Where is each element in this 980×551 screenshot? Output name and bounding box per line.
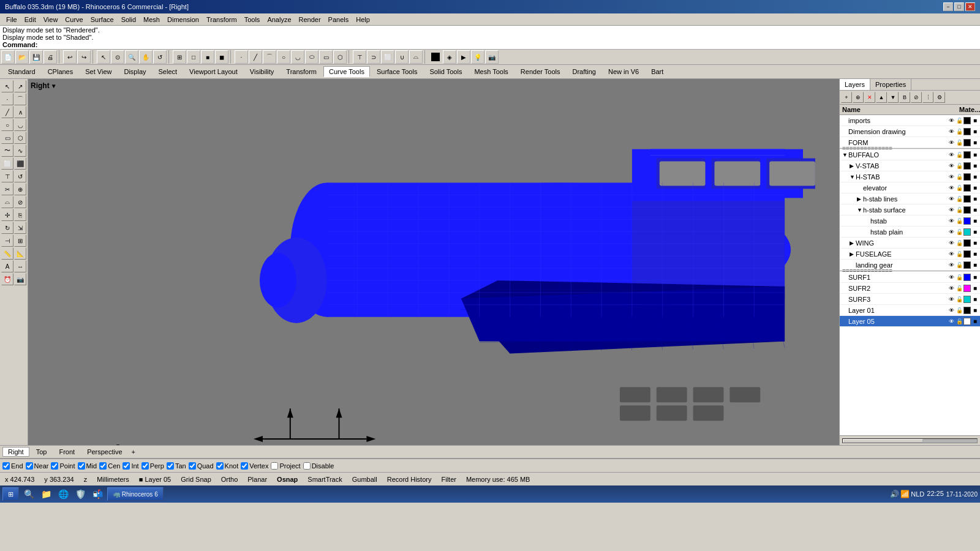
lights-button[interactable]: 💡 [471,50,484,64]
layer-material-landing-gear[interactable]: ■ [971,261,979,269]
layer-visibility-elevator[interactable]: 👁 [948,184,955,192]
properties-tab[interactable]: Properties [870,79,911,90]
join-tool[interactable]: ⊕ [14,183,26,195]
layer-expand-v-stab[interactable]: ▶ [850,163,856,169]
layer-visibility-fuselage[interactable]: 👁 [948,250,955,258]
named-toolbar-new-in-v6[interactable]: New in V6 [603,66,644,77]
shaded-button[interactable]: ■ [201,50,214,64]
layer-visibility-dimension-drawing[interactable]: 👁 [948,128,955,135]
layer-lock-imports[interactable]: 🔓 [956,117,963,124]
file-explorer-button[interactable]: 📁 [39,487,53,501]
layer-material-buffalo[interactable]: ■ [971,151,979,159]
camera-button[interactable]: 📷 [485,50,499,64]
layer-material-dimension-drawing[interactable]: ■ [971,128,979,135]
dim-tool[interactable]: ↔ [14,260,26,272]
viewport-tab-top[interactable]: Top [31,447,53,457]
osnap-status[interactable]: Osnap [274,476,300,483]
layer-item-hstab[interactable]: hstab👁🔓■ [840,216,980,227]
viewport-tab-front[interactable]: Front [53,447,80,457]
named-toolbar-select[interactable]: Select [153,66,183,77]
layer-color-dimension-drawing[interactable] [963,128,971,135]
layers-tab[interactable]: Layers [840,79,870,90]
layer-expand-buffalo[interactable]: ▼ [842,152,848,158]
layer-visibility-surf2[interactable]: 👁 [948,285,955,292]
menu-item-analyze[interactable]: Analyze [263,15,295,24]
lasso-button[interactable]: ⊙ [111,50,124,64]
layer-lock-fuselage[interactable]: 🔓 [956,250,963,258]
point-tool[interactable]: · [1,93,13,105]
layer-visibility-surf1[interactable]: 👁 [948,274,955,281]
layer-item-buffalo[interactable]: ▼BUFFALO👁🔓■ [840,149,980,160]
new-sublayer-button[interactable]: ⊕ [853,92,864,103]
layer-visibility-surf3[interactable]: 👁 [948,296,955,303]
filter-button[interactable]: ⊘ [911,92,922,103]
named-toolbar-drafting[interactable]: Drafting [567,66,601,77]
line-tool[interactable]: ╱ [1,106,13,118]
select-button[interactable]: ↖ [97,50,110,64]
layer-lock-elevator[interactable]: 🔓 [956,184,963,192]
circle-button[interactable]: ○ [277,50,290,64]
named-toolbar-viewport-layout[interactable]: Viewport Layout [184,66,243,77]
layer-lock-hstab[interactable]: 🔓 [956,217,963,225]
menu-item-view[interactable]: View [40,15,62,24]
named-toolbar-standard[interactable]: Standard [2,66,41,77]
surface-tool[interactable]: ⬜ [1,157,13,170]
polygon-button[interactable]: ⬡ [333,50,347,64]
layer-item-hstab-plain[interactable]: hstab plain👁🔓■ [840,227,980,238]
select-tool[interactable]: ↖ [1,80,13,92]
delete-layer-button[interactable]: ✕ [864,92,875,103]
named-toolbar-solid-tools[interactable]: Solid Tools [424,66,467,77]
snap-project-check[interactable]: Project [271,462,300,470]
extrude-button[interactable]: ⊤ [353,50,366,64]
named-toolbar-curve-tools[interactable]: Curve Tools [323,66,370,77]
menu-item-curve[interactable]: Curve [61,15,86,24]
layer-lock-dimension-drawing[interactable]: 🔓 [956,128,963,135]
layer-color-v-stab[interactable] [963,162,971,170]
snap-cen-check[interactable]: Cen [99,462,120,470]
named-toolbar-cplanes[interactable]: CPlanes [42,66,79,77]
layer-material-surf2[interactable]: ■ [971,285,979,292]
layer-visibility-h-stab-surface[interactable]: 👁 [948,206,955,214]
layer-visibility-wing[interactable]: 👁 [948,239,955,247]
layer-material-hstab[interactable]: ■ [971,217,979,225]
layer-lock-layer01[interactable]: 🔓 [956,307,963,314]
patch-tool[interactable]: ⬛ [14,157,26,170]
layer-lock-h-stab-surface[interactable]: 🔓 [956,206,963,214]
layers-button[interactable] [431,53,440,61]
spline-tool[interactable]: ∿ [14,144,26,157]
settings-icon[interactable]: ⚙ [934,92,945,103]
layer-material-form[interactable]: ■ [971,139,979,146]
layer-lock-wing[interactable]: 🔓 [956,239,963,247]
layer-visibility-v-stab[interactable]: 👁 [948,162,955,170]
layer-lock-surf1[interactable]: 🔓 [956,274,963,281]
layer-item-layer01[interactable]: Layer 01👁🔓■ [840,305,980,316]
layer-lock-form[interactable]: 🔓 [956,139,963,146]
layer-visibility-hstab[interactable]: 👁 [948,217,955,225]
layer-color-surf2[interactable] [963,285,971,292]
grid-snap-status[interactable]: Grid Snap [178,476,214,483]
surface-button[interactable]: ⬜ [381,50,394,64]
rectangle-tool[interactable]: ▭ [1,132,13,144]
viewport-tab-perspective[interactable]: Perspective [81,447,127,457]
named-toolbar-mesh-tools[interactable]: Mesh Tools [469,66,513,77]
layer-item-layer05[interactable]: Layer 05👁🔓■ [840,316,980,327]
copy-tool[interactable]: ⎘ [14,209,26,221]
fillet-edge-tool[interactable]: ⌓ [1,196,13,208]
search-taskbar-button[interactable]: 🔍 [21,487,36,501]
layer-color-elevator[interactable] [963,184,971,192]
freeform-tool[interactable]: 〜 [1,144,13,157]
menu-item-surface[interactable]: Surface [87,15,118,24]
close-button[interactable]: ✕ [965,2,975,11]
snap-perp-check[interactable]: Perp [141,462,164,470]
revolve-tool[interactable]: ↺ [14,170,26,182]
layer-lock-hstab-plain[interactable]: 🔓 [956,228,963,236]
layer-color-layer05[interactable] [963,318,971,325]
add-viewport-tab-button[interactable]: + [129,448,138,456]
render-button[interactable]: ▶ [457,50,470,64]
layer-visibility-h-stab-lines[interactable]: 👁 [948,195,955,203]
zoom-button[interactable]: 🔍 [125,50,138,64]
snap-int-check[interactable]: Int [123,462,138,470]
layer-lock-v-stab[interactable]: 🔓 [956,162,963,170]
layer-color-surf1[interactable] [963,274,971,281]
named-toolbar-render-tools[interactable]: Render Tools [515,66,566,77]
